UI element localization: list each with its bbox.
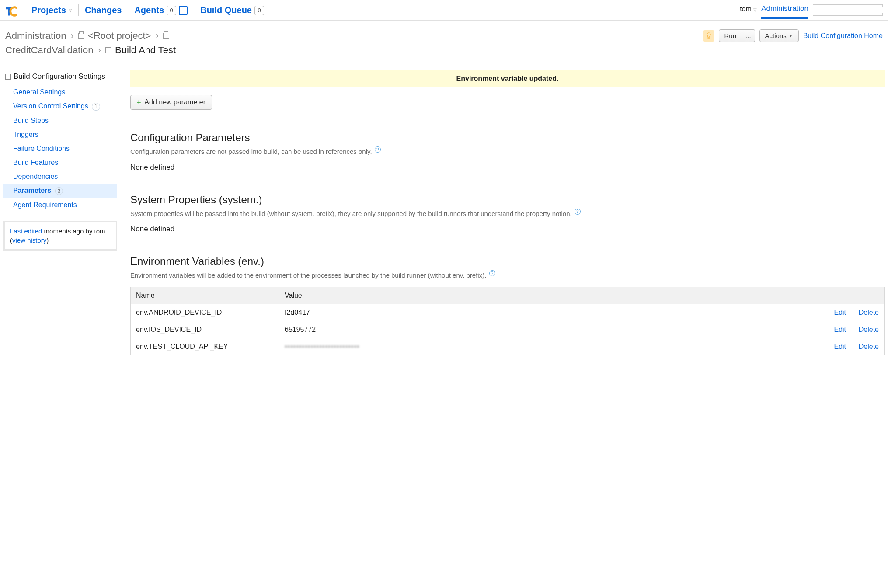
delete-link[interactable]: Delete — [859, 309, 879, 316]
env-vars-section: Environment Variables (env.) Environment… — [130, 255, 885, 355]
notice-banner: Environment variable updated. — [130, 70, 885, 87]
nav-left: Projects▽ Changes Agents 0 Build Queue 0 — [27, 3, 740, 20]
plus-icon: + — [137, 98, 141, 106]
env-vars-desc: Environment variables will be added to t… — [130, 270, 885, 279]
last-edited-link[interactable]: Last edited — [10, 227, 42, 235]
view-history-link[interactable]: view history — [12, 237, 46, 244]
sidebar: Build Configuration Settings General Set… — [3, 70, 117, 355]
run-button-group: Run ... — [719, 29, 755, 42]
sidebar-item-label[interactable]: Parameters — [13, 187, 51, 194]
breadcrumb-admin[interactable]: Administration — [5, 30, 66, 41]
table-row: env.ANDROID_DEVICE_IDf2d0417EditDelete — [131, 304, 885, 321]
config-params-none: None defined — [130, 163, 885, 172]
edit-link[interactable]: Edit — [834, 309, 846, 316]
nav-changes[interactable]: Changes — [80, 3, 126, 20]
add-parameter-button[interactable]: + Add new parameter — [130, 95, 212, 110]
system-props-section: System Properties (system.) System prope… — [130, 194, 885, 234]
sidebar-item-label[interactable]: Build Steps — [13, 117, 49, 124]
sidebar-item[interactable]: Triggers — [3, 128, 117, 142]
system-props-desc: System properties will be passed into th… — [130, 209, 885, 217]
search-box[interactable] — [813, 4, 883, 16]
sidebar-item-label[interactable]: General Settings — [13, 88, 65, 96]
sidebar-list: General SettingsVersion Control Settings… — [3, 85, 117, 212]
sidebar-item[interactable]: General Settings — [3, 85, 117, 99]
hint-bulb-icon[interactable] — [703, 30, 714, 42]
param-value: •••••••••••••••••••••••••• — [279, 338, 827, 355]
delete-link[interactable]: Delete — [859, 326, 879, 333]
actions-dropdown[interactable]: Actions▼ — [759, 29, 799, 42]
sidebar-item-badge: 3 — [55, 187, 63, 195]
nav-separator — [78, 4, 79, 16]
sidebar-item[interactable]: Build Features — [3, 156, 117, 170]
col-header-edit — [827, 287, 853, 304]
chevron-down-icon: ▽ — [69, 8, 72, 13]
last-edited-suffix: ) — [46, 237, 49, 244]
folder-icon — [163, 33, 169, 39]
nav-projects[interactable]: Projects▽ — [27, 3, 77, 20]
page-layout: Build Configuration Settings General Set… — [0, 62, 888, 364]
build-config-icon — [105, 47, 111, 53]
help-icon[interactable]: ? — [375, 146, 381, 153]
param-value: f2d0417 — [279, 304, 827, 321]
nav-right: tom ▽ Administration — [740, 4, 883, 18]
nav-build-queue[interactable]: Build Queue 0 — [196, 3, 268, 20]
nav-agents[interactable]: Agents 0 — [130, 3, 192, 20]
help-icon[interactable]: ? — [575, 209, 581, 215]
user-menu[interactable]: tom ▽ — [740, 5, 757, 17]
breadcrumb-separator: › — [98, 45, 101, 56]
folder-icon — [78, 33, 84, 39]
build-config-home-link[interactable]: Build Configuration Home — [803, 32, 883, 40]
chevron-down-icon: ▽ — [753, 7, 757, 12]
run-button[interactable]: Run — [719, 29, 742, 42]
last-edited-box: Last edited moments ago by tom (view his… — [3, 221, 117, 251]
sidebar-item-label[interactable]: Version Control Settings — [13, 102, 88, 110]
sidebar-item[interactable]: Parameters 3 — [3, 184, 117, 198]
sidebar-item-label[interactable]: Build Features — [13, 159, 58, 166]
param-value: 65195772 — [279, 321, 827, 338]
search-input[interactable] — [816, 7, 888, 13]
top-nav: Projects▽ Changes Agents 0 Build Queue 0… — [0, 0, 888, 21]
edit-link[interactable]: Edit — [834, 343, 846, 350]
chevron-down-icon: ▼ — [789, 33, 793, 38]
edit-link[interactable]: Edit — [834, 326, 846, 333]
col-header-name: Name — [131, 287, 279, 304]
delete-link[interactable]: Delete — [859, 343, 879, 350]
breadcrumb-root[interactable]: <Root project> — [88, 30, 151, 41]
sidebar-item[interactable]: Version Control Settings 1 — [3, 99, 117, 114]
main-content: Environment variable updated. + Add new … — [130, 70, 885, 355]
env-vars-table: Name Value env.ANDROID_DEVICE_IDf2d0417E… — [130, 287, 885, 355]
teamcity-logo-icon — [5, 5, 18, 18]
breadcrumb-row: Administration › <Root project> › Credit… — [0, 21, 888, 62]
param-name: env.IOS_DEVICE_ID — [131, 321, 279, 338]
sidebar-item[interactable]: Failure Conditions — [3, 142, 117, 156]
table-row: env.TEST_CLOUD_API_KEY••••••••••••••••••… — [131, 338, 885, 355]
sidebar-item-badge: 1 — [92, 103, 100, 111]
sidebar-item[interactable]: Dependencies — [3, 170, 117, 184]
sidebar-item[interactable]: Build Steps — [3, 114, 117, 128]
env-vars-title: Environment Variables (env.) — [130, 255, 885, 268]
config-params-section: Configuration Parameters Configuration p… — [130, 132, 885, 172]
param-name: env.ANDROID_DEVICE_ID — [131, 304, 279, 321]
config-params-desc: Configuration parameters are not passed … — [130, 146, 885, 155]
sidebar-item-label[interactable]: Agent Requirements — [13, 201, 77, 209]
system-props-title: System Properties (system.) — [130, 194, 885, 206]
breadcrumb-actions: Run ... Actions▼ Build Configuration Hom… — [703, 28, 883, 42]
sidebar-item[interactable]: Agent Requirements — [3, 198, 117, 212]
col-header-value: Value — [279, 287, 827, 304]
breadcrumb-separator: › — [156, 30, 159, 41]
nav-separator — [194, 4, 194, 16]
sidebar-item-label[interactable]: Dependencies — [13, 173, 58, 180]
system-props-none: None defined — [130, 225, 885, 233]
sidebar-item-label[interactable]: Triggers — [13, 131, 38, 138]
table-row: env.IOS_DEVICE_ID65195772EditDelete — [131, 321, 885, 338]
breadcrumb-current: Build And Test — [115, 45, 176, 56]
nav-administration[interactable]: Administration — [761, 4, 808, 19]
sidebar-item-label[interactable]: Failure Conditions — [13, 145, 70, 152]
breadcrumb-separator: › — [71, 30, 74, 41]
breadcrumb-project[interactable]: CreditCardValidation — [5, 45, 93, 56]
run-more-button[interactable]: ... — [742, 29, 755, 42]
help-icon[interactable]: ? — [489, 270, 495, 276]
agents-count-badge: 0 — [167, 6, 176, 15]
breadcrumb: Administration › <Root project> › Credit… — [5, 28, 703, 57]
logo[interactable] — [5, 5, 18, 18]
